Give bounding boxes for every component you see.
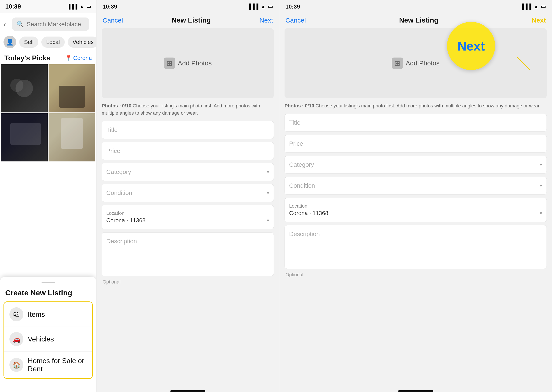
nl-annotated-home-indicator — [398, 390, 433, 392]
nl-next-button[interactable]: Next — [259, 17, 273, 24]
nl-wifi-icon: ▲ — [261, 3, 266, 10]
condition-field[interactable]: Condition ▾ — [102, 184, 274, 202]
nl-annotated-body: ⊞ Add Photos Photos · 0/10 Choose your l… — [279, 28, 552, 388]
nl-annotated-battery: ▭ — [541, 3, 546, 10]
search-bar[interactable]: 🔍 — [12, 17, 89, 31]
listing-options: 🛍 Items 🚗 Vehicles 🏠 Homes for Sale or R… — [4, 301, 93, 379]
location-pin-icon: 📍 — [65, 55, 72, 62]
search-input[interactable] — [27, 21, 85, 28]
nl-body: ⊞ Add Photos Photos · 0/10 Choose your l… — [97, 28, 279, 388]
nl-annotated-cancel[interactable]: Cancel — [285, 17, 306, 24]
sell-tab[interactable]: Sell — [19, 36, 38, 48]
user-avatar[interactable]: 👤 — [4, 36, 16, 48]
nl-nav: Cancel New Listing Next — [97, 13, 279, 28]
nl-annotated-category-chevron: ▾ — [540, 162, 542, 168]
nl-title: New Listing — [172, 16, 211, 24]
items-icon: 🛍 — [9, 307, 23, 321]
condition-chevron: ▾ — [267, 190, 269, 196]
description-field[interactable]: Description — [102, 232, 274, 276]
nl-annotated-condition-chevron: ▾ — [540, 183, 542, 189]
vehicles-label: Vehicles — [28, 335, 54, 343]
status-icons: ▐▐▐ ▲ ▭ — [67, 4, 91, 9]
section-title: Today's Picks — [4, 54, 50, 62]
nl-annotated-signal: ▐▐▐ — [520, 3, 531, 10]
battery-icon: ▭ — [86, 4, 91, 9]
vehicles-icon: 🚗 — [9, 332, 23, 346]
wifi-icon: ▲ — [79, 4, 84, 9]
category-field[interactable]: Category ▾ — [102, 163, 274, 181]
new-listing-annotated-panel: Next 10:39 ▐▐▐ ▲ ▭ Cancel New Listing Ne… — [279, 0, 552, 392]
items-label: Items — [28, 310, 45, 319]
location-chevron: ▾ — [267, 218, 269, 223]
nl-annotated-optional-label: Optional — [284, 272, 304, 277]
homes-icon: 🏠 — [9, 358, 23, 372]
nl-annotated-location-chevron: ▾ — [540, 210, 542, 216]
title-field[interactable]: Title — [102, 121, 274, 139]
price-field[interactable]: Price — [102, 142, 274, 160]
nl-annotated-status-bar: 10:39 ▐▐▐ ▲ ▭ — [279, 0, 552, 13]
nl-signal-icon: ▐▐▐ — [247, 3, 258, 10]
signal-icon: ▐▐▐ — [67, 4, 77, 9]
nl-cancel-button[interactable]: Cancel — [103, 17, 123, 24]
product-grid — [0, 64, 96, 161]
nl-annotated-description-field[interactable]: Description — [284, 225, 547, 269]
grid-image-2[interactable] — [48, 64, 95, 112]
status-bar: 10:39 ▐▐▐ ▲ ▭ — [0, 0, 96, 13]
category-chevron: ▾ — [267, 169, 269, 175]
location-label[interactable]: 📍 Corona — [65, 55, 92, 62]
nl-annotated-photo-hint: Photos · 0/10 Choose your listing's main… — [284, 102, 547, 109]
nl-annotated-add-photos-label: Add Photos — [406, 59, 440, 67]
vehicles-tab[interactable]: Vehicles — [68, 36, 96, 48]
svg-line-0 — [517, 57, 530, 70]
create-listing-sheet: Create New Listing 🛍 Items 🚗 Vehicles 🏠 … — [0, 277, 96, 392]
homes-option[interactable]: 🏠 Homes for Sale or Rent — [4, 351, 92, 378]
marketplace-panel: 10:39 ▐▐▐ ▲ ▭ ‹ 🔍 👤 Sell Local Vehicles … — [0, 0, 96, 392]
items-option[interactable]: 🛍 Items — [4, 302, 92, 327]
home-indicator — [170, 390, 205, 392]
add-photos-icon: ⊞ — [164, 57, 175, 69]
homes-label: Homes for Sale or Rent — [28, 357, 87, 373]
add-photos-label: Add Photos — [178, 59, 212, 67]
optional-label: Optional — [102, 279, 121, 285]
location-field[interactable]: Location Corona · 11368 ▾ — [102, 205, 274, 229]
nav-tabs: 👤 Sell Local Vehicles Rentals More — [0, 34, 96, 50]
status-time: 10:39 — [5, 3, 21, 10]
search-icon: 🔍 — [16, 21, 24, 28]
annotation-arrow-svg — [447, 17, 539, 79]
nl-annotated-price-field[interactable]: Price — [284, 135, 547, 153]
nl-annotated-location-field[interactable]: Location Corona · 11368 ▾ — [284, 198, 547, 222]
nl-annotated-title: New Listing — [399, 16, 439, 24]
sheet-handle — [41, 282, 55, 283]
nl-status-time: 10:39 — [103, 3, 117, 10]
person-icon: 👤 — [6, 39, 14, 46]
grid-image-1[interactable] — [1, 64, 48, 112]
sheet-title: Create New Listing — [0, 288, 96, 301]
nl-annotated-add-photos-icon: ⊞ — [392, 57, 403, 69]
grid-image-3[interactable] — [1, 113, 48, 161]
photo-hint: Photos · 0/10 Choose your listing's main… — [102, 102, 274, 117]
nl-battery-icon: ▭ — [268, 3, 273, 10]
photo-upload-area[interactable]: ⊞ Add Photos — [102, 28, 274, 98]
local-tab[interactable]: Local — [41, 36, 64, 48]
new-listing-panel: 10:39 ▐▐▐ ▲ ▭ Cancel New Listing Next ⊞ … — [96, 0, 279, 392]
nl-annotated-title-field[interactable]: Title — [284, 114, 547, 132]
section-header: Today's Picks 📍 Corona — [0, 50, 96, 64]
nl-annotated-wifi: ▲ — [533, 3, 539, 10]
nl-annotated-category-field[interactable]: Category ▾ — [284, 156, 547, 174]
nl-status-bar: 10:39 ▐▐▐ ▲ ▭ — [97, 0, 279, 13]
nl-annotated-condition-field[interactable]: Condition ▾ — [284, 177, 547, 195]
vehicles-option[interactable]: 🚗 Vehicles — [4, 327, 92, 351]
back-icon[interactable]: ‹ — [4, 20, 6, 28]
nl-annotated-time: 10:39 — [285, 3, 300, 10]
grid-image-4[interactable] — [48, 113, 95, 161]
